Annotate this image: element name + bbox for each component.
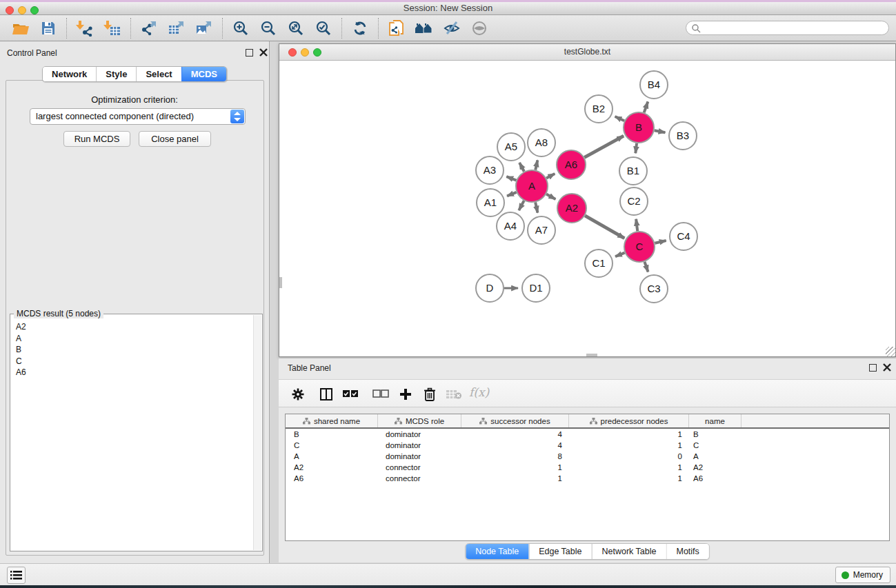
edge-B-B3[interactable] [655,130,666,132]
tab-network-table[interactable]: Network Table [592,544,666,559]
column-header-successor-nodes[interactable]: successor nodes [461,414,569,427]
first-neighbors-button[interactable] [410,17,438,40]
tab-network[interactable]: Network [43,67,96,81]
edge-A-A1[interactable] [507,192,517,196]
edge-A-A6[interactable] [546,174,555,179]
table-cell[interactable]: C [286,440,378,451]
column-panel-button[interactable] [318,386,335,403]
close-table-panel-icon[interactable] [883,363,891,372]
network-minimize-button[interactable] [301,48,309,57]
table-cell[interactable]: A6 [286,473,378,484]
edge-A-A8[interactable] [535,160,537,170]
task-history-button[interactable] [7,567,26,584]
table-cell[interactable]: 0 [569,451,689,462]
table-cell[interactable]: dominator [378,429,461,440]
minimize-window-button[interactable] [18,6,26,14]
edge-C-C1[interactable] [615,253,625,257]
edge-A6-B[interactable] [584,136,624,157]
edge-B-B2[interactable] [615,116,625,121]
optimization-criterion-dropdown[interactable]: largest connected component (directed) [30,108,246,125]
table-cell[interactable]: A2 [286,462,378,473]
table-cell[interactable]: A6 [689,473,741,484]
table-cell[interactable]: B [689,429,741,440]
export-image-button[interactable] [190,17,218,40]
zoom-fit-button[interactable] [282,17,310,40]
float-table-panel-icon[interactable] [869,364,877,372]
dropdown-stepper-icon[interactable] [230,110,244,123]
network-window-titlebar[interactable]: testGlobe.txt [279,44,895,61]
edge-A-A7[interactable] [535,202,537,212]
edge-A-A4[interactable] [519,201,524,210]
edge-A-A3[interactable] [506,176,516,180]
table-cell[interactable]: 1 [461,473,569,484]
result-item[interactable]: C [11,356,253,367]
network-canvas[interactable]: AA6A2BCA1A3A5A8A4A7B1B2B3B4C1C2C3C4DD1 [280,61,895,356]
float-panel-icon[interactable] [246,49,253,57]
result-item[interactable]: A2 [11,321,253,333]
table-cell[interactable]: A [286,451,378,462]
table-settings-button[interactable] [290,386,306,403]
tab-motifs[interactable]: Motifs [666,544,708,559]
table-cell[interactable]: A2 [689,462,741,473]
network-zoom-button[interactable] [313,48,321,57]
edge-C-C2[interactable] [636,219,637,231]
result-item[interactable]: A [11,333,253,345]
show-all-button[interactable] [466,17,493,40]
result-scrollbar[interactable] [253,315,261,550]
column-header-name[interactable]: name [689,414,741,427]
delete-column-button[interactable] [421,386,438,403]
tab-mcds[interactable]: MCDS [181,67,226,81]
table-row[interactable]: Bdominator41B [286,429,889,440]
close-panel-icon[interactable] [259,48,268,57]
function-builder-button[interactable]: f(x) [469,385,489,399]
result-item[interactable]: A6 [11,367,253,378]
refresh-layout-button[interactable] [346,17,374,40]
table-cell[interactable]: connector [378,462,461,473]
table-cell[interactable]: dominator [378,451,461,462]
import-table-button[interactable] [99,17,126,40]
table-row[interactable]: Adominator80A [286,451,889,462]
tab-node-table[interactable]: Node Table [466,544,528,559]
zoom-window-button[interactable] [30,6,39,14]
table-cell[interactable]: 1 [569,440,689,451]
zoom-in-button[interactable] [227,17,255,40]
edge-C-C4[interactable] [655,241,666,243]
column-header-MCDS-role[interactable]: MCDS role [378,414,461,427]
edge-A-A5[interactable] [519,163,524,172]
table-cell[interactable]: A [689,451,741,462]
export-table-button[interactable] [163,17,190,40]
edge-A-A2[interactable] [546,194,555,199]
zoom-out-button[interactable] [255,17,282,40]
memory-button[interactable]: Memory [835,567,890,583]
tab-edge-table[interactable]: Edge Table [528,544,591,559]
table-cell[interactable]: 8 [461,451,569,462]
edge-A2-C[interactable] [585,216,624,239]
import-network-button[interactable] [71,17,99,40]
delete-table-button[interactable] [446,386,462,403]
export-network-button[interactable] [135,17,163,40]
network-close-button[interactable] [288,48,297,57]
table-cell[interactable]: B [286,429,378,440]
search-input[interactable] [686,21,889,35]
table-cell[interactable]: dominator [378,440,461,451]
table-row[interactable]: A6connector11A6 [286,473,889,484]
table-cell[interactable]: 1 [461,462,569,473]
table-cell[interactable]: C [689,440,741,451]
deselect-all-checkboxes-button[interactable] [372,386,389,403]
table-row[interactable]: Cdominator41C [286,440,889,451]
select-all-checkboxes-button[interactable] [342,386,359,403]
table-cell[interactable]: 1 [569,462,689,473]
edge-B-B4[interactable] [644,102,648,113]
table-cell[interactable]: 4 [461,440,569,451]
open-session-button[interactable] [7,17,34,40]
table-cell[interactable]: 4 [461,429,569,440]
close-window-button[interactable] [6,6,14,14]
tab-select[interactable]: Select [136,67,181,81]
new-network-from-selection-button[interactable] [383,17,410,40]
table-cell[interactable]: connector [378,473,461,484]
window-resize-grip[interactable] [886,347,895,356]
edge-C-C3[interactable] [644,262,648,272]
save-session-button[interactable] [34,17,62,40]
horizontal-scroll-indicator[interactable] [586,354,597,356]
column-header-predecessor-nodes[interactable]: predecessor nodes [569,414,689,427]
